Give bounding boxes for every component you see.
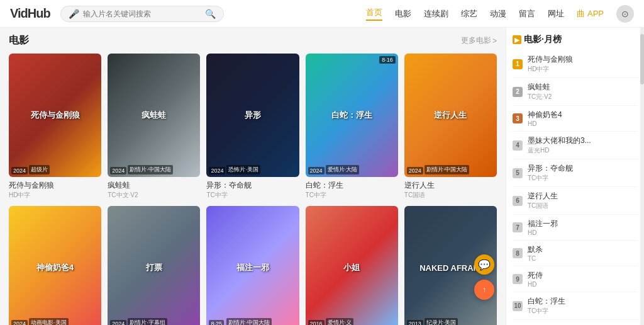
movie-thumb-2: 疯蛙蛙 2024 剧情片·中国大陆: [108, 54, 200, 177]
movie-card-1[interactable]: 死侍与金刚狼 2024 超级片 死侍与金刚狼 HD中字: [9, 54, 101, 200]
user-avatar[interactable]: ⊙: [616, 5, 634, 23]
rank-title-9: 死侍: [528, 270, 638, 281]
year-badge-10: 2013: [407, 320, 423, 325]
rank-item-7[interactable]: 7 福注一邪 HD: [513, 215, 638, 241]
year-badge-9: 2016: [308, 320, 325, 325]
movie-card-9[interactable]: 小姐 2016 爱情片·义 小姐 蓝光HD: [306, 206, 398, 325]
movie-thumb-1: 死侍与金刚狼 2024 超级片: [9, 54, 101, 177]
movie-sub-5: TC国语: [404, 191, 497, 200]
rank-item-4[interactable]: 4 墨妹大佬和我的3... 蓝光HD: [513, 132, 638, 159]
nav-movies[interactable]: 电影: [395, 8, 411, 20]
rank-item-10[interactable]: 10 白蛇：浮生 TC中字: [513, 292, 638, 320]
rank-num-10: 10: [513, 301, 523, 311]
search-bar: 🎤 🔍: [60, 6, 224, 22]
rank-num-6: 6: [513, 196, 523, 206]
scroll-top-icon: ↑: [482, 285, 486, 294]
rank-info-6: 逆行人生 TC国语: [528, 191, 638, 210]
rank-title-7: 福注一邪: [528, 219, 638, 229]
search-button[interactable]: 🔍: [205, 9, 216, 19]
rank-num-4: 4: [513, 140, 523, 151]
movie-thumb-3: 异形 2024 恐怖片·美国: [206, 54, 299, 177]
movies-section: 电影 更多电影 死侍与金刚狼 2024 超级片 死侍与金刚狼 HD中字: [9, 34, 497, 325]
rank-info-9: 死侍 HD: [528, 270, 638, 288]
rank-item-6[interactable]: 6 逆行人生 TC国语: [513, 187, 638, 215]
nav-comments[interactable]: 留言: [519, 8, 535, 20]
rank-item-8[interactable]: 8 默杀 TC: [513, 241, 638, 266]
rank-info-4: 墨妹大佬和我的3... 蓝光HD: [528, 135, 638, 155]
rank-info-7: 福注一邪 HD: [528, 219, 638, 236]
rank-sub-8: TC: [528, 255, 638, 262]
movies-title: 电影: [9, 34, 29, 47]
more-movies-link[interactable]: 更多电影: [461, 35, 497, 46]
year-badge-7: 2024: [110, 320, 126, 325]
nav-anime[interactable]: 动漫: [490, 8, 506, 20]
type-badge-9: 爱情片·义: [326, 318, 354, 325]
rank-num-8: 8: [513, 248, 523, 258]
year-badge-4: 2024: [308, 167, 325, 174]
scrollbar-thumb[interactable]: [640, 34, 644, 84]
nav-variety[interactable]: 综艺: [461, 8, 477, 20]
type-badge-5: 剧情片·中国大陆: [425, 165, 470, 174]
rank-sub-5: TC中字: [528, 174, 638, 183]
rank-sub-6: TC国语: [528, 202, 638, 210]
rank-title-1: 死侍与金刚狼: [528, 54, 638, 65]
movie-rank-title: ▶ 电影·月榜: [513, 34, 638, 45]
rank-info-3: 神偷奶爸4 HD: [528, 110, 638, 127]
rank-title-4: 墨妹大佬和我的3...: [528, 135, 638, 146]
movie-card-7[interactable]: 打票 2024 剧情片·字幕组 打票 HD国语: [108, 206, 200, 325]
rank-item-2[interactable]: 2 疯蛙蛙 TC完·V2: [513, 78, 638, 106]
logo-text: VidHub: [10, 6, 50, 20]
movie-title-3: 异形：夺命舰: [206, 180, 299, 191]
rank-sub-9: HD: [528, 281, 638, 288]
feedback-float-button[interactable]: 💬: [474, 254, 494, 275]
year-badge-8: 8·25: [209, 320, 224, 325]
scroll-top-button[interactable]: ↑: [474, 280, 494, 300]
rank-num-9: 9: [513, 274, 523, 284]
type-badge-3: 恐怖片·美国: [226, 165, 260, 174]
rank-title-2: 疯蛙蛙: [528, 82, 638, 93]
nav-website[interactable]: 网址: [548, 8, 564, 20]
rank-title-5: 异形：夺命舰: [528, 163, 638, 174]
movie-card-6[interactable]: 神偷奶爸4 2024 动画电影·美国 神偷奶爸4 HD: [9, 206, 101, 325]
rank-item-9[interactable]: 9 死侍 HD: [513, 266, 638, 292]
year-badge-5: 2024: [407, 167, 423, 174]
type-badge-10: 纪录片·美国: [425, 318, 458, 325]
type-badge-7: 剧情片·字幕组: [128, 318, 167, 325]
scrollbar-track: [640, 28, 644, 325]
movie-thumb-4: 白蛇：浮生 8·16 2024 爱情片·大陆: [306, 54, 398, 177]
nav-home[interactable]: 首页: [366, 7, 382, 21]
voice-icon[interactable]: 🎤: [69, 9, 79, 19]
movie-card-3[interactable]: 异形 2024 恐怖片·美国 异形：夺命舰 TC中字: [206, 54, 299, 200]
movie-card-4[interactable]: 白蛇：浮生 8·16 2024 爱情片·大陆 白蛇：浮生 TC中字: [306, 54, 398, 200]
movie-rank-list: 1 死侍与金刚狼 HD中字 2 疯蛙蛙 TC完·V2 3 神偷奶爸4 HD: [513, 50, 638, 320]
movie-card-8[interactable]: 福注一邪 8·25 剧情片·中国大陆 福注一邪 HD: [206, 206, 299, 325]
logo: VidHub: [10, 6, 50, 21]
movie-title-4: 白蛇：浮生: [306, 180, 398, 191]
rank-num-3: 3: [513, 113, 523, 123]
rank-info-10: 白蛇：浮生 TC中字: [528, 296, 638, 316]
header: VidHub 🎤 🔍 首页 电影 连续剧 综艺 动漫 留言 网址 曲 APP ⊙: [0, 0, 644, 28]
rank-info-1: 死侍与金刚狼 HD中字: [528, 54, 638, 74]
year-badge-1: 2024: [11, 167, 28, 174]
rank-num-2: 2: [513, 87, 523, 97]
type-badge-4: 爱情片·大陆: [326, 165, 360, 174]
rank-item-1[interactable]: 1 死侍与金刚狼 HD中字: [513, 50, 638, 78]
rank-item-3[interactable]: 3 神偷奶爸4 HD: [513, 106, 638, 132]
nav-series[interactable]: 连续剧: [424, 8, 448, 20]
movie-thumb-7: 打票 2024 剧情片·字幕组: [108, 206, 200, 325]
movie-title-5: 逆行人生: [404, 180, 497, 191]
movie-card-5[interactable]: 逆行人生 2024 剧情片·中国大陆 逆行人生 TC国语: [404, 54, 497, 200]
year-badge-6: 2024: [11, 320, 28, 325]
rank-dot: ▶: [513, 35, 521, 44]
movie-card-2[interactable]: 疯蛙蛙 2024 剧情片·中国大陆 疯蛙蛙 TC中文·V2: [108, 54, 200, 200]
movie-thumb-9: 小姐 2016 爱情片·义: [306, 206, 398, 325]
year-badge-3: 2024: [209, 167, 225, 174]
rank-item-5[interactable]: 5 异形：夺命舰 TC中字: [513, 159, 638, 187]
year-badge-2: 2024: [110, 167, 126, 174]
search-input[interactable]: [83, 9, 203, 18]
rank-num-1: 1: [513, 59, 523, 69]
date-badge-4: 8·16: [379, 56, 396, 64]
movie-title-2: 疯蛙蛙: [108, 180, 200, 191]
nav-app[interactable]: 曲 APP: [577, 8, 604, 20]
rank-sub-10: TC中字: [528, 307, 638, 316]
